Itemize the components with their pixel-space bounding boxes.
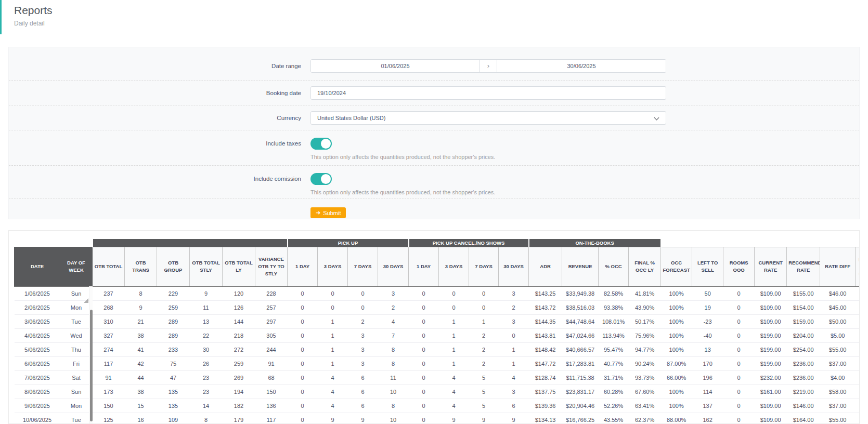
column-header: OTB TOTAL [93, 247, 125, 286]
date-from-input[interactable] [311, 60, 480, 72]
table-cell: $134.13 [529, 413, 562, 424]
table-cell: 144 [223, 314, 255, 328]
table-cell [856, 300, 860, 314]
table-cell: 244 [255, 342, 288, 356]
table-cell: 170 [692, 356, 723, 370]
table-cell: 135 [157, 399, 190, 413]
include-taxes-toggle[interactable] [310, 138, 332, 150]
include-comission-toggle[interactable] [310, 173, 332, 185]
column-header: ADR [529, 247, 562, 286]
table-cell: $40,666.57 [562, 342, 599, 356]
column-header: RECOMMENDED RATE [787, 247, 820, 286]
table-cell: 2 [469, 356, 499, 370]
table-cell: $199.00 [755, 342, 787, 356]
table-row: 9/06/2025Mon150151351418213604680456$139… [15, 399, 860, 413]
submit-button[interactable]: ➜ Submit [310, 207, 346, 218]
table-cell: 38 [125, 328, 157, 342]
table-cell: $55.00 [820, 342, 856, 356]
booking-date-input[interactable] [310, 86, 666, 100]
table-cell: 38 [125, 385, 157, 399]
table-cell: 0 [723, 300, 755, 314]
table-cell: 0 [439, 286, 469, 300]
table-cell: 10 [378, 385, 409, 399]
scrollbar-thumb[interactable] [90, 310, 93, 421]
frozen-pane-scrollbar[interactable] [89, 286, 93, 423]
table-cell: 0 [469, 300, 499, 314]
table-cell: 91 [255, 356, 288, 370]
table-cell: 15 [125, 399, 157, 413]
table-cell: 120 [223, 286, 255, 300]
daily-detail-table: PICK UPPICK UP CANCEL./NO SHOWSON-THE-BO… [14, 239, 860, 424]
table-cell: 100% [661, 399, 692, 413]
table-cell: 0 [288, 328, 318, 342]
date-to-input[interactable] [497, 60, 666, 72]
table-cell: 113.94% [599, 328, 629, 342]
column-header: VARIANCE OTB TY TO STLY [255, 247, 288, 286]
date-range-group: › [310, 59, 666, 73]
group-header [93, 239, 288, 247]
table-cell: 0 [409, 413, 439, 424]
table-cell: $199.00 [755, 356, 787, 370]
column-header: 30 DAYS [378, 247, 409, 286]
table-cell: Tue [60, 314, 93, 328]
table-cell: 0 [288, 385, 318, 399]
table-cell: 0 [499, 328, 529, 342]
table-cell: $154.00 [787, 300, 820, 314]
column-header: LEFT TO SELL [692, 247, 723, 286]
table-cell: 228 [255, 286, 288, 300]
column-header: 7 DAYS [348, 247, 378, 286]
table-cell: 42 [125, 356, 157, 370]
table-cell: 8/06/2025 [15, 385, 60, 399]
table-cell: -23 [692, 314, 723, 328]
table-cell: 0 [409, 328, 439, 342]
submit-label: Submit [323, 210, 341, 216]
table-cell: 229 [157, 286, 190, 300]
table-cell: 9/06/2025 [15, 399, 60, 413]
table-cell: 23 [190, 370, 223, 385]
table-cell: 6/06/2025 [15, 356, 60, 370]
table-row: 6/06/2025Fri1174275262599101380121$147.7… [15, 356, 860, 370]
table-cell: $155.00 [787, 286, 820, 300]
table-cell: 82.58% [599, 286, 629, 300]
group-header [661, 239, 856, 247]
submit-row: ➜ Submit [9, 199, 859, 220]
currency-select[interactable]: United States Dollar (USD) [310, 111, 666, 125]
table-cell: 268 [93, 300, 125, 314]
table-cell: 44 [125, 370, 157, 385]
table-cell: 182 [223, 399, 255, 413]
date-range-arrow-icon[interactable]: › [480, 60, 497, 72]
table-cell: 41.81% [629, 286, 661, 300]
page-subtitle: Daily detail [14, 20, 45, 27]
table-cell: 7 [378, 328, 409, 342]
table-cell: 5/06/2025 [15, 342, 60, 356]
column-header: RATE DIFF [820, 247, 856, 286]
table-cell: 7/06/2025 [15, 370, 60, 385]
table-cell: $146.00 [787, 399, 820, 413]
table-cell: 194 [223, 385, 255, 399]
include-taxes-label: Include taxes [9, 130, 310, 147]
table-cell: 3 [348, 356, 378, 370]
table-cell: 31.71% [599, 370, 629, 385]
table-cell: 0 [288, 300, 318, 314]
page-title: Reports [14, 4, 53, 17]
table-cell: 0 [348, 286, 378, 300]
table-cell: 0 [409, 399, 439, 413]
table-cell: 6 [348, 399, 378, 413]
table-cell: $161.00 [755, 385, 787, 399]
table-cell: 1 [318, 342, 348, 356]
table-cell: 0 [723, 385, 755, 399]
table-cell: $4.00 [820, 370, 856, 385]
table-cell: 10 [378, 413, 409, 424]
column-header: DAY OF WEEK [60, 247, 93, 286]
resize-grip-icon[interactable] [84, 298, 88, 303]
table-cell: 0 [288, 286, 318, 300]
table-cell: $20,904.46 [562, 399, 599, 413]
table-cell: 305 [255, 328, 288, 342]
table-cell: 2/06/2025 [15, 300, 60, 314]
table-cell: 0 [288, 314, 318, 328]
table-cell: 22 [190, 328, 223, 342]
table-cell: 4 [318, 370, 348, 385]
table-cell: $164.00 [787, 413, 820, 424]
table-cell: $17,283.81 [562, 356, 599, 370]
table-cell: 2 [378, 300, 409, 314]
